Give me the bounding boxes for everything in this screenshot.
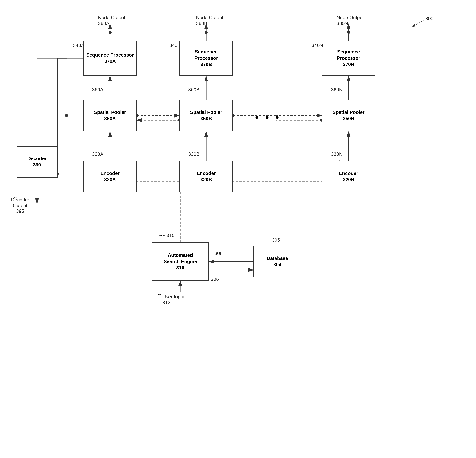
ref-360a: 360A (92, 87, 103, 93)
label-node-output-380n: Node Output380N (337, 15, 364, 26)
ref-308: 308 (214, 251, 222, 256)
ref-300: 300 (425, 16, 433, 21)
spatial-pooler-b: Spatial Pooler350B (179, 100, 233, 131)
automated-search-engine: AutomatedSearch Engine310 (152, 242, 209, 281)
sequence-processor-a: Sequence Processor 370A (83, 41, 137, 76)
ref-330n: 330N (331, 151, 342, 157)
tilde-395: ~ (14, 195, 17, 201)
svg-point-41 (65, 114, 68, 117)
diagram-svg (0, 0, 476, 458)
spatial-pooler-n: Spatial Pooler350N (322, 100, 375, 131)
svg-point-8 (347, 31, 350, 34)
tilde-312: ~ (158, 292, 161, 298)
ref-360b: 360B (188, 87, 200, 93)
ref-305: ~ 305 (268, 237, 280, 243)
ref-360n: 360N (331, 87, 342, 93)
diagram-container: Sequence Processor 370A SequenceProcesso… (0, 0, 476, 458)
label-node-output-380b: Node Output380B (196, 15, 223, 26)
tilde-315: ~ (159, 233, 162, 238)
ref-315: ~ 315 (162, 233, 175, 238)
ellipsis-dots: • • • (255, 112, 281, 123)
ref-340b: 340B (169, 42, 181, 48)
ref-340n: 340N (312, 42, 323, 48)
encoder-n: Encoder320N (322, 161, 375, 192)
encoder-b: Encoder320B (179, 161, 233, 192)
ref-330a: 330A (92, 151, 103, 157)
encoder-a: Encoder320A (83, 161, 137, 192)
ref-330b: 330B (188, 151, 200, 157)
sequence-processor-n: SequenceProcessor370N (322, 41, 375, 76)
svg-point-4 (109, 31, 111, 34)
database: Database304 (253, 246, 301, 277)
sequence-processor-b: SequenceProcessor370B (179, 41, 233, 76)
tilde-305: ~ (266, 237, 269, 243)
spatial-pooler-a: Spatial Pooler350A (83, 100, 137, 131)
ref-306: 306 (211, 276, 219, 282)
decoder: Decoder390 (17, 146, 57, 178)
label-user-input: User Input312 (162, 294, 185, 305)
svg-point-6 (205, 31, 208, 34)
label-node-output-380a: Node Output380A (98, 15, 125, 26)
ref-340a: 340A (73, 42, 84, 48)
svg-line-50 (412, 20, 424, 27)
